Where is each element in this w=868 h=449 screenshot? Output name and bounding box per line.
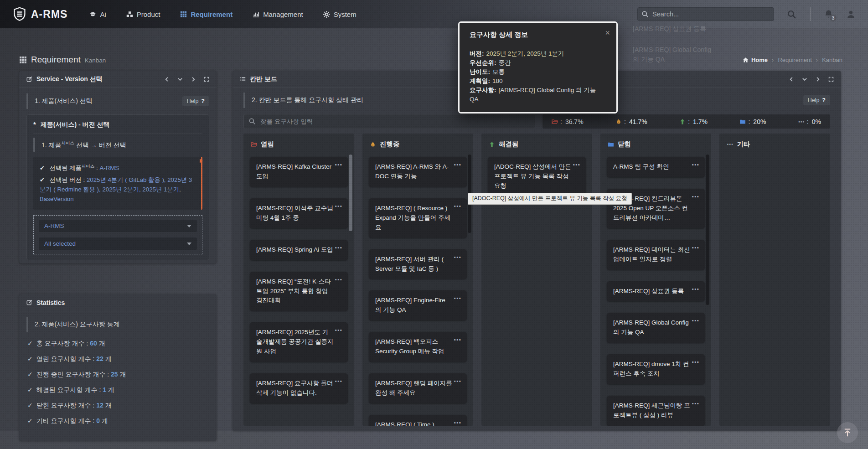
service-version-panel: Service - Version 선택 1. 제품(서비스) 선택 Help … xyxy=(19,71,217,263)
version-select[interactable]: All selected xyxy=(39,237,197,250)
nav-item-requirement[interactable]: Requirement xyxy=(180,10,232,18)
card-menu-icon[interactable]: ⋯ xyxy=(692,191,699,203)
breadcrumb-item-requirement[interactable]: Requirement xyxy=(778,57,811,63)
selected-version-line: ✔ 선택된 버전 : 2025년 4분기 ( GitLab 활용 ), 2025… xyxy=(40,175,195,204)
notifications-button[interactable]: 3 xyxy=(824,9,833,19)
card-menu-icon[interactable]: ⋯ xyxy=(454,376,461,387)
card-menu-icon[interactable]: ⋯ xyxy=(692,398,699,410)
kanban-search xyxy=(243,114,535,129)
list-icon xyxy=(240,76,246,82)
card-menu-icon[interactable]: ⋯ xyxy=(335,201,342,212)
kanban-card[interactable]: [ARMS-REQ] 서버 관리 ( Server 모듈 및 IaC 등 )⋯ xyxy=(369,249,467,279)
stat-value: 1 xyxy=(103,386,106,393)
card-menu-icon[interactable]: ⋯ xyxy=(335,325,342,336)
kanban-card[interactable]: [ARMS-REQ] ( Resource ) Expand 기능을 만들어 주… xyxy=(369,198,467,238)
card-menu-icon[interactable]: ⋯ xyxy=(335,243,342,254)
card-menu-icon[interactable]: ⋯ xyxy=(573,160,580,171)
column-scrollbar[interactable] xyxy=(706,155,709,305)
arrow-up-icon xyxy=(842,428,852,438)
scroll-to-top-button[interactable] xyxy=(837,422,858,443)
card-menu-icon[interactable]: ⋯ xyxy=(692,243,699,254)
question-icon: ? xyxy=(822,97,826,103)
nav-item-system[interactable]: System xyxy=(323,10,356,18)
global-search-input[interactable] xyxy=(637,7,774,21)
kanban-card[interactable]: [ARMS-REQ] dmove 1차 컨퍼런스 후속 조치⋯ xyxy=(607,354,705,384)
modal-title: 요구사항 상세 정보 xyxy=(470,31,606,39)
nav-item-product[interactable]: Product xyxy=(126,10,160,18)
kanban-help-button[interactable]: Help ? xyxy=(803,95,830,105)
card-menu-icon[interactable]: ⋯ xyxy=(335,274,342,286)
kanban-card[interactable]: [ARMS-REQ] Spring Ai 도입⋯ xyxy=(250,240,348,260)
kanban-card[interactable]: A-RMS 팀 구성 확인⋯ xyxy=(607,157,705,177)
kanban-card[interactable]: [ARMS-REQ] Global Config 의 기능 QA⋯ xyxy=(607,313,705,343)
kanban-card[interactable]: [ARMS-REQ] Engine-Fire 의 기능 QA⋯ xyxy=(369,290,467,320)
card-menu-icon[interactable]: ⋯ xyxy=(692,284,699,295)
kanban-card[interactable]: [ARMS-REQ] 요구사항 폴더 삭제 기능이 없습니다.⋯ xyxy=(250,373,348,403)
check-icon: ✓ xyxy=(27,386,33,393)
product-select[interactable]: A-RMS xyxy=(39,220,197,232)
card-menu-icon[interactable]: ⋯ xyxy=(454,252,461,263)
close-icon[interactable]: × xyxy=(605,28,610,38)
kanban-card[interactable]: [ARMS-REQ] 랜딩 페이지를 완성 해 주세요⋯ xyxy=(369,373,467,403)
chevron-right-icon[interactable] xyxy=(191,77,196,82)
card-menu-icon[interactable]: ⋯ xyxy=(692,315,699,327)
app-logo[interactable]: A-RMS xyxy=(13,7,67,21)
kanban-toolbar: :36.7%:41.7%:1.7%:20%⋯:0% xyxy=(243,114,830,129)
card-menu-icon[interactable]: ⋯ xyxy=(454,293,461,304)
expand-icon[interactable] xyxy=(204,77,209,82)
kanban-card[interactable]: [ARMS-REQ] Kafka Cluster 도입⋯ xyxy=(250,157,348,187)
nav-item-label: Requirement xyxy=(191,10,232,18)
nav-item-management[interactable]: Management xyxy=(253,10,303,18)
chevron-left-icon[interactable] xyxy=(789,77,794,82)
page-header: Requirement Kanban Home›Requirement›Kanb… xyxy=(19,55,842,65)
status-percentage-value: 20% xyxy=(753,118,766,125)
service-help-button[interactable]: Help ? xyxy=(182,96,209,106)
kanban-search-input[interactable] xyxy=(243,114,535,129)
chevron-down-icon[interactable] xyxy=(177,77,183,82)
card-title: [ARMS-REQ] 요구사항 폴더 삭제 기능이 없습니다. xyxy=(256,380,333,396)
service-panel-title: Service - Version 선택 xyxy=(26,75,103,83)
kanban-column-other: ⋯기타 xyxy=(719,134,830,426)
breadcrumb-item-home[interactable]: Home xyxy=(743,57,768,63)
kanban-card[interactable]: [ARMS-REQ] 상표권 등록⋯ xyxy=(607,281,705,302)
column-scrollbar[interactable] xyxy=(349,155,352,231)
breadcrumb-item-kanban[interactable]: Kanban xyxy=(822,57,842,63)
chevron-right-icon[interactable] xyxy=(815,77,821,82)
card-title: [ARMS-REQ] Spring Ai 도입 xyxy=(256,246,333,253)
card-menu-icon[interactable]: ⋯ xyxy=(454,160,461,171)
breadcrumb-separator: › xyxy=(816,57,818,63)
kanban-card[interactable]: [ARMS-REQ] 세근님이랑 프로젝트뷰 ( 삼성 ) 리뷰⋯ xyxy=(607,396,705,426)
kanban-panel-controls xyxy=(789,77,834,82)
card-hover-tooltip: [ADOC-REQ] 삼성에서 만든 프로젝트 뷰 기능 목록 작성 요청 xyxy=(468,193,632,205)
kanban-card[interactable]: [ARMS-REQ] 데이터는 최신 업데이트 일자로 정렬⋯ xyxy=(607,240,705,270)
kanban-card[interactable]: [ARMS-REQ] ( Time )⋯ xyxy=(369,415,467,426)
card-menu-icon[interactable]: ⋯ xyxy=(692,160,699,171)
kanban-card[interactable]: [ARMS-REQ] “도전! K-스타트업 2025” 부처 통합 창업경진대… xyxy=(250,272,348,311)
grad-icon xyxy=(89,11,96,18)
edit-icon xyxy=(26,76,32,82)
kanban-card[interactable]: [ADOC-REQ] 삼성에서 만든 프로젝트 뷰 기능 목록 작성 요청⋯ xyxy=(488,157,586,196)
kanban-card[interactable]: [ARMS-REQ] 2025년도 기술개발제품 공공기관 실증지원 사업⋯ xyxy=(250,322,348,362)
user-menu-button[interactable] xyxy=(847,10,855,19)
modal-field-value: 180 xyxy=(492,77,503,84)
stat-value: 12 xyxy=(96,402,103,409)
kanban-card[interactable]: [ARMS-REQ] 이석주 교수님 미팅 4월 1주 중⋯ xyxy=(250,198,348,228)
search-button[interactable] xyxy=(787,10,796,19)
kanban-columns: 열림[ARMS-REQ] Kafka Cluster 도입⋯[ARMS-REQ]… xyxy=(243,134,830,426)
nav-item-ai[interactable]: Ai xyxy=(89,10,106,18)
card-menu-icon[interactable]: ⋯ xyxy=(454,335,461,346)
card-menu-icon[interactable]: ⋯ xyxy=(454,418,461,426)
step-accent-bar xyxy=(26,93,28,109)
kanban-card[interactable]: [ARMS-REQ] 백오피스 Security Group 메뉴 작업⋯ xyxy=(369,332,467,362)
chevron-down-icon[interactable] xyxy=(802,77,807,82)
card-menu-icon[interactable]: ⋯ xyxy=(335,160,342,171)
chevron-left-icon[interactable] xyxy=(164,77,170,82)
statistics-step-row: 2. 제품(서비스) 요구사항 통계 xyxy=(26,317,209,332)
card-menu-icon[interactable]: ⋯ xyxy=(692,357,699,368)
expand-icon[interactable] xyxy=(828,77,834,82)
kanban-card[interactable]: [ARMS-REQ] A-RMS 와 A-DOC 연동 기능⋯ xyxy=(369,157,467,187)
modal-field-label: 버전: xyxy=(470,50,484,57)
card-menu-icon[interactable]: ⋯ xyxy=(335,376,342,387)
notification-badge: 3 xyxy=(830,15,837,21)
card-menu-icon[interactable]: ⋯ xyxy=(454,201,461,212)
